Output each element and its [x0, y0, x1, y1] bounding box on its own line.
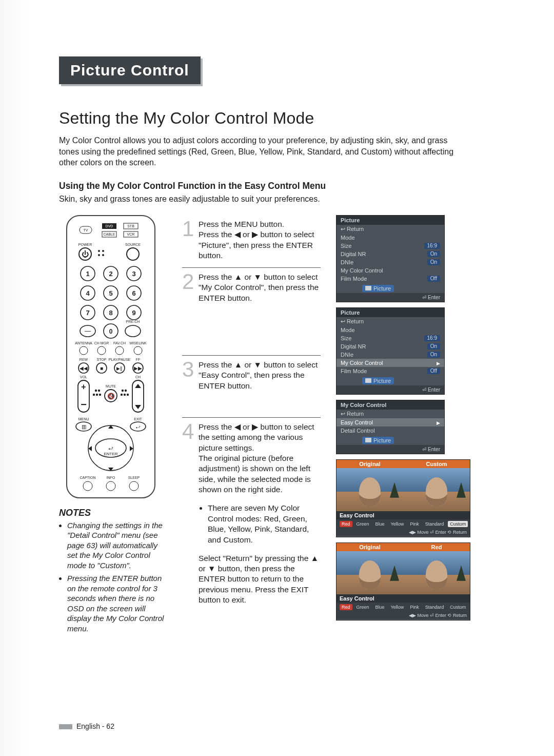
steps-column: 1 Press the MENU button. Press the ◀ or … — [182, 215, 321, 637]
mode-chip: Blue — [373, 521, 387, 527]
svg-point-96 — [106, 481, 115, 491]
svg-point-72 — [95, 390, 97, 392]
mode-chip: Pink — [408, 604, 421, 610]
svg-point-13 — [98, 250, 100, 252]
mode-chip: Red — [340, 521, 352, 527]
mode-chip: Green — [354, 521, 371, 527]
svg-text:■: ■ — [100, 365, 103, 371]
svg-text:MUTE: MUTE — [106, 384, 116, 388]
svg-point-81 — [127, 394, 129, 396]
mode-chip: Red — [340, 604, 352, 610]
svg-text:REW: REW — [80, 358, 88, 361]
svg-text:ANTENNA: ANTENNA — [75, 341, 92, 345]
osd-row: Digital NROn — [337, 342, 444, 351]
svg-point-80 — [124, 394, 126, 396]
svg-text:EXIT: EXIT — [134, 417, 142, 421]
svg-text:−: − — [81, 399, 87, 410]
osd-row: Mode — [337, 234, 444, 242]
notes-heading: NOTES — [59, 508, 167, 518]
svg-point-48 — [97, 346, 106, 355]
svg-text:▶∥: ▶∥ — [116, 366, 123, 371]
svg-text:CH MGR: CH MGR — [94, 341, 109, 345]
osd-row: Film ModeOff — [337, 275, 444, 283]
osd-row: Mode — [337, 326, 444, 334]
osd-screenshot-picture-sel: Picture Return ModeSize16:9Digital NROnD… — [336, 307, 445, 395]
svg-text:FF: FF — [136, 358, 141, 361]
osd-screenshot-mcc: My Color Control Return Easy ControlDeta… — [336, 400, 445, 454]
remote-control-diagram: TV DVD STB CABLE VCR POWER ⏻ SOURCE 1234… — [66, 215, 155, 498]
svg-point-77 — [122, 390, 124, 392]
page-footer: English - 62 — [59, 722, 114, 730]
osd-row: Film ModeOff — [337, 367, 444, 375]
preview-custom: Original Custom Easy Control RedGreenBlu… — [336, 459, 470, 537]
osd-row: DNIeOn — [337, 351, 444, 359]
svg-text:⏻: ⏻ — [82, 250, 89, 258]
svg-text:SLEEP: SLEEP — [128, 476, 140, 479]
osd-row: My Color Control — [337, 359, 444, 367]
svg-point-97 — [129, 481, 138, 491]
svg-point-14 — [102, 250, 104, 252]
svg-text:CH: CH — [135, 375, 141, 379]
svg-text:VOL: VOL — [80, 375, 87, 379]
svg-text:2: 2 — [109, 270, 112, 278]
intro-paragraph: My Color Control allows you to adjust co… — [59, 135, 454, 168]
osd-category-chip: Picture — [362, 377, 394, 384]
osd-row: My Color Control — [337, 266, 444, 275]
osd-category-chip: Picture — [362, 285, 394, 292]
svg-text:4: 4 — [86, 289, 90, 297]
svg-point-15 — [98, 254, 100, 256]
svg-text:▶▶: ▶▶ — [134, 365, 142, 371]
sub-heading: Using the My Color Control Function in t… — [59, 181, 508, 191]
svg-text:—: — — [85, 327, 91, 335]
osd-row: Size16:9 — [337, 334, 444, 342]
svg-text:STB: STB — [127, 224, 134, 228]
mode-chip: Custom — [448, 521, 468, 527]
svg-text:ENTER: ENTER — [104, 452, 117, 456]
svg-text:PLAY/PAUSE: PLAY/PAUSE — [109, 358, 131, 361]
step: 4 Press the ◀ or ▶ button to select the … — [182, 418, 321, 612]
svg-text:VCR: VCR — [127, 232, 135, 236]
svg-point-16 — [102, 254, 104, 256]
osd-row: Size16:9 — [337, 242, 444, 250]
section-heading: Setting the My Color Control Mode — [59, 109, 508, 128]
osd-category-chip: Picture — [362, 437, 394, 444]
osd-title: My Color Control — [337, 400, 444, 410]
step-text: Press the ▲ or ▼ button to select "My Co… — [199, 272, 321, 349]
svg-point-50 — [134, 346, 142, 355]
note-item: Pressing the ENTER button on the remote … — [67, 573, 167, 633]
svg-text:TV: TV — [84, 228, 88, 232]
svg-text:◀◀: ◀◀ — [80, 365, 88, 371]
step-number: 1 — [182, 219, 199, 261]
osd-row: Detail Control — [337, 427, 444, 435]
osd-return: Return — [341, 226, 364, 232]
svg-point-78 — [125, 390, 127, 392]
osd-return: Return — [341, 318, 364, 325]
svg-text:8: 8 — [109, 309, 112, 317]
svg-point-42 — [125, 325, 141, 337]
mode-chip: Custom — [448, 604, 468, 610]
osd-row: DNIeOn — [337, 258, 444, 266]
step: 3 Press the ▲ or ▼ button to select "Eas… — [182, 356, 321, 418]
step-number: 4 — [182, 422, 199, 606]
svg-point-47 — [80, 346, 88, 355]
svg-point-95 — [83, 481, 92, 491]
step-number: 2 — [182, 272, 199, 349]
svg-point-79 — [121, 394, 123, 396]
osd-row: Easy Control — [337, 418, 444, 427]
svg-text:9: 9 — [132, 309, 135, 317]
mode-chip: Green — [354, 604, 371, 610]
mode-chip: Yellow — [389, 604, 406, 610]
manual-page: Picture Control Setting the My Color Con… — [0, 0, 554, 756]
sub-text: Skin, sky and grass tones are easily adj… — [59, 195, 508, 204]
svg-point-76 — [99, 394, 101, 396]
title-bar: Picture Control — [59, 56, 201, 84]
svg-text:5: 5 — [109, 289, 112, 297]
osd-title: Picture — [337, 216, 444, 225]
svg-text:CABLE: CABLE — [104, 232, 115, 236]
note-item: Changing the settings in the "Detail Con… — [67, 520, 167, 571]
mode-chip: Yellow — [389, 521, 406, 527]
svg-text:DVD: DVD — [106, 224, 113, 228]
svg-text:INFO: INFO — [107, 476, 115, 479]
svg-text:▥: ▥ — [82, 424, 86, 430]
svg-text:MENU: MENU — [78, 417, 89, 421]
